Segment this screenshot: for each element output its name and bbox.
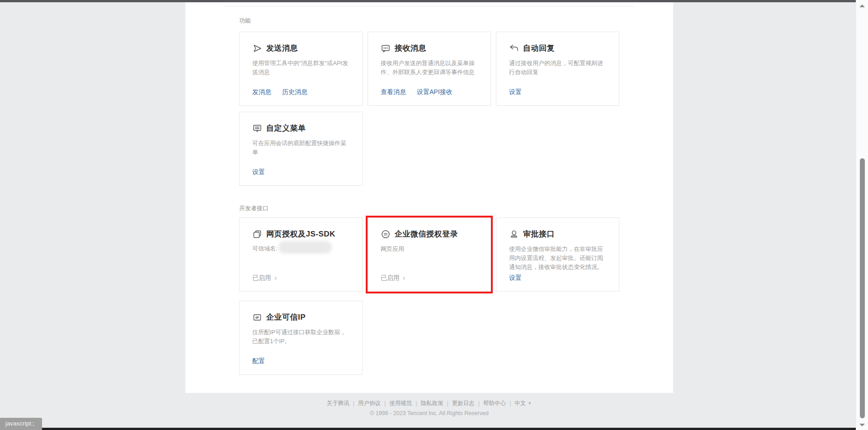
- chevron-down-icon: ▼: [528, 401, 532, 406]
- card-description: 仅所配IP可通过接口获取企业数据，已配置1个IP。: [252, 328, 349, 346]
- card-head: 企业微信授权登录: [381, 229, 478, 239]
- card-description: 接收用户发送的普通消息以及菜单操作、外部联系人变更回调等事件信息: [381, 59, 478, 77]
- trusted-domain-row: 可信域名:: [252, 244, 349, 254]
- set-api-receive-link[interactable]: 设置API接收: [417, 88, 453, 96]
- card-title: 自动回复: [523, 43, 555, 53]
- section-divider: [225, 6, 634, 6]
- card-actions: 设置: [509, 88, 606, 96]
- send-message-icon: [252, 43, 262, 53]
- receive-message-icon: [381, 43, 391, 53]
- footer-links: 关于腾讯|用户协议|使用规范|隐私政策|更新日志|帮助中心|中文▼: [185, 400, 673, 407]
- app-content-panel: 功能 发送消息 使用管理工具中的"消息群发"或API发送消息 发消息 历史消息 …: [185, 0, 673, 393]
- card-actions: 查看消息 设置API接收: [381, 88, 478, 96]
- chevron-right-icon: ›: [274, 275, 277, 281]
- page-footer: 关于腾讯|用户协议|使用规范|隐私政策|更新日志|帮助中心|中文▼ © 1998…: [185, 400, 673, 416]
- features-section-label: 功能: [239, 17, 251, 24]
- card-actions: 设置: [252, 168, 349, 176]
- window-top-edge: [0, 0, 856, 2]
- trusted-ip-icon: IP: [252, 312, 262, 322]
- card-description: 可在应用会话的底部配置快捷操作菜单: [252, 139, 349, 157]
- footer-separator: |: [384, 400, 386, 406]
- send-message-link[interactable]: 发消息: [252, 88, 271, 96]
- footer-separator: |: [353, 400, 354, 406]
- card-head: 网页授权及JS-SDK: [252, 229, 349, 239]
- web-auth-jssdk-icon: [252, 229, 262, 239]
- footer-link-help-center[interactable]: 帮助中心: [483, 400, 506, 406]
- footer-separator: |: [447, 400, 448, 406]
- card-approval-api: 审批接口 使用企业微信审批能力，在非审批应用内设置流程、发起审批。还能订阅通知消…: [496, 217, 619, 292]
- card-title: 发送消息: [266, 43, 298, 53]
- developer-row-2: IP 企业可信IP 仅所配IP可通过接口获取企业数据，已配置1个IP。 配置: [239, 301, 363, 375]
- card-title: 企业可信IP: [266, 312, 306, 322]
- card-title: 企业微信授权登录: [395, 229, 458, 239]
- custom-menu-icon: [252, 123, 262, 133]
- language-selector[interactable]: 中文▼: [514, 400, 532, 406]
- footer-separator: |: [415, 400, 417, 406]
- footer-link-changelog[interactable]: 更新日志: [452, 400, 475, 406]
- card-head: IP 企业可信IP: [252, 312, 349, 322]
- auto-reply-icon: [509, 43, 519, 53]
- card-head: 接收消息: [381, 43, 478, 53]
- card-send-message: 发送消息 使用管理工具中的"消息群发"或API发送消息 发消息 历史消息: [239, 32, 363, 106]
- footer-link-about-tencent[interactable]: 关于腾讯: [327, 400, 349, 406]
- card-custom-menu: 自定义菜单 可在应用会话的底部配置快捷操作菜单 设置: [239, 112, 363, 186]
- status-text: 已启用: [252, 274, 271, 282]
- card-description: 通过接收用户的消息，可配置规则进行自动回复: [509, 59, 606, 77]
- history-message-link[interactable]: 历史消息: [282, 88, 307, 96]
- features-row-1: 发送消息 使用管理工具中的"消息群发"或API发送消息 发消息 历史消息 接收消…: [239, 32, 619, 106]
- card-title: 接收消息: [395, 43, 426, 53]
- wecom-auth-login-icon: [381, 229, 391, 239]
- footer-link-usage-rules[interactable]: 使用规范: [389, 400, 412, 406]
- card-receive-message: 接收消息 接收用户发送的普通消息以及菜单操作、外部联系人变更回调等事件信息 查看…: [368, 32, 491, 106]
- copyright-text: © 1998 - 2023 Tencent Inc. All Rights Re…: [185, 410, 673, 416]
- card-head: 审批接口: [509, 229, 606, 239]
- footer-separator: |: [509, 400, 511, 406]
- view-message-link[interactable]: 查看消息: [381, 88, 406, 96]
- card-head: 自定义菜单: [252, 123, 349, 133]
- card-title: 审批接口: [523, 229, 555, 239]
- enabled-status-link[interactable]: 已启用 ›: [381, 274, 478, 282]
- card-actions: 配置: [252, 357, 349, 365]
- enabled-status-link[interactable]: 已启用 ›: [252, 274, 349, 282]
- chevron-right-icon: ›: [403, 275, 405, 281]
- card-title: 网页授权及JS-SDK: [266, 229, 335, 239]
- footer-link-user-agreement[interactable]: 用户协议: [358, 400, 381, 406]
- scroll-down-arrow-icon[interactable]: [859, 424, 865, 426]
- svg-text:IP: IP: [255, 316, 259, 320]
- card-actions: 发消息 历史消息: [252, 88, 349, 96]
- developer-section-label: 开发者接口: [239, 205, 269, 212]
- status-text: 已启用: [381, 274, 400, 282]
- language-label: 中文: [514, 400, 526, 406]
- trusted-domain-label: 可信域名:: [252, 245, 278, 253]
- redacted-domain-value: [278, 241, 332, 254]
- scroll-up-arrow-icon[interactable]: [859, 5, 865, 7]
- card-description: 网页应用: [381, 245, 478, 254]
- scrollbar-thumb[interactable]: [860, 158, 865, 418]
- browser-status-tooltip: javascript:;: [0, 418, 42, 430]
- card-head: 发送消息: [252, 43, 349, 53]
- approval-api-icon: [509, 229, 519, 239]
- window-bottom-edge: [0, 428, 856, 430]
- features-row-2: 自定义菜单 可在应用会话的底部配置快捷操作菜单 设置: [239, 112, 363, 186]
- card-web-auth-jssdk: 网页授权及JS-SDK 可信域名: 已启用 ›: [239, 217, 363, 292]
- card-wecom-auth-login: 企业微信授权登录 网页应用 已启用 ›: [368, 217, 491, 292]
- card-auto-reply: 自动回复 通过接收用户的消息，可配置规则进行自动回复 设置: [496, 32, 619, 106]
- card-description: 使用管理工具中的"消息群发"或API发送消息: [252, 59, 349, 77]
- approval-settings-link[interactable]: 设置: [509, 274, 522, 282]
- footer-link-privacy-policy[interactable]: 隐私政策: [421, 400, 443, 406]
- developer-row-1: 网页授权及JS-SDK 可信域名: 已启用 › 企业微信授权登录 网页应用 已启…: [239, 217, 619, 292]
- card-actions: 设置: [509, 274, 606, 282]
- browser-scrollbar[interactable]: [856, 0, 868, 430]
- trusted-ip-config-link[interactable]: 配置: [252, 357, 265, 365]
- auto-reply-settings-link[interactable]: 设置: [509, 88, 522, 96]
- card-head: 自动回复: [509, 43, 606, 53]
- card-trusted-ip: IP 企业可信IP 仅所配IP可通过接口获取企业数据，已配置1个IP。 配置: [239, 301, 363, 375]
- custom-menu-settings-link[interactable]: 设置: [252, 168, 265, 176]
- footer-separator: |: [478, 400, 480, 406]
- card-description: 使用企业微信审批能力，在非审批应用内设置流程、发起审批。还能订阅通知消息，接收审…: [509, 245, 606, 272]
- card-title: 自定义菜单: [266, 123, 306, 133]
